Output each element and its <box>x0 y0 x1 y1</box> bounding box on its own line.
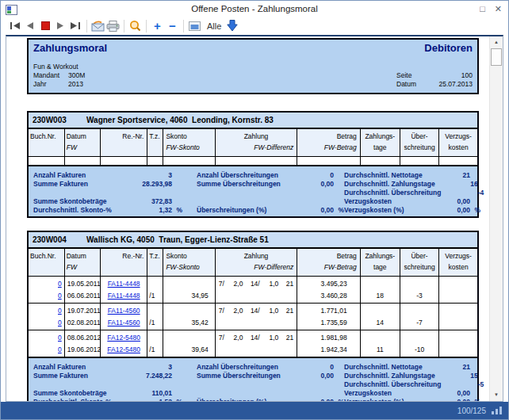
summary-col-durchschnitt: Durchschnittl. Nettotage21 Durchschnittl… <box>344 170 480 214</box>
buchnr-link[interactable]: 0 <box>29 330 64 345</box>
invoice-row: 00 19.05.201106.06.2011 FA11-4448FA11-44… <box>29 277 477 304</box>
toolbar-separator <box>146 20 147 32</box>
report-viewer-window: Offene Posten - Zahlungsmoral □ ✕ <box>0 0 509 420</box>
invoice-link[interactable]: FA11-4560 <box>101 318 147 329</box>
go-all-pages-button[interactable] <box>224 18 239 33</box>
col-buchnr: Buch.Nr. <box>29 129 64 157</box>
invoice-link[interactable]: FA12-5480 <box>101 345 147 356</box>
first-page-button[interactable] <box>8 18 23 33</box>
summary-col-ueberschreitungen: Anzahl Überschreitungen0 Summe Überschre… <box>197 362 344 402</box>
invoice-link[interactable]: FA11-4448 <box>101 277 147 291</box>
report-title: Zahlungsmoral <box>33 42 107 54</box>
invoice-link[interactable]: FA11-4560 <box>101 304 147 318</box>
status-bar: 100/125 <box>1 402 508 419</box>
section-230W003: 230W003 Wagner Sportservice, 4060 Leondi… <box>27 111 479 218</box>
col-tz: T.z. <box>147 249 163 277</box>
summary-col-fakturen: Anzahl Fakturen3 Summe Fakturen28.293,98… <box>33 170 182 214</box>
customer-id: 230W003 <box>33 116 86 124</box>
buchnr-link[interactable]: 0 <box>29 304 64 318</box>
col-betrag: BetragFW-Betrag <box>297 249 360 277</box>
buchnr-link[interactable]: 0 <box>29 318 64 329</box>
buchnr-link[interactable]: 0 <box>29 345 64 356</box>
summary-col-fakturen: Anzahl Fakturen3 Summe Fakturen7.248,22 … <box>33 362 182 402</box>
section-230W004: 230W004 Wallisch KG, 4050 Traun, Egger-L… <box>27 231 479 402</box>
report-subtitle-debitoren: Debitoren <box>424 42 473 54</box>
col-skonto: SkontoFW-Skonto <box>163 129 215 157</box>
buchnr-link[interactable]: 0 <box>29 291 64 302</box>
stop-button[interactable] <box>38 18 53 33</box>
mandant-value: 300M <box>68 71 85 79</box>
invoice-table: Buch.Nr. DatumFW Re.-Nr. T.z. SkontoFW-S… <box>29 128 477 166</box>
invoice-row: 00 08.06.201219.06.2012 FA12-5480FA12-54… <box>29 330 477 357</box>
next-page-button[interactable] <box>53 18 68 33</box>
section-header: 230W003 Wagner Sportservice, 4060 Leondi… <box>29 113 477 128</box>
toolbar-separator <box>183 20 184 32</box>
datum-value: 25.07.2013 <box>438 80 473 88</box>
print-button[interactable] <box>105 18 121 33</box>
last-page-button[interactable] <box>68 18 83 33</box>
close-button[interactable]: ✕ <box>495 2 502 15</box>
app-icon <box>6 4 17 14</box>
col-zahlung: ZahlungFW-Differenz <box>215 249 297 277</box>
scroll-up-icon[interactable]: ▲ <box>490 37 503 48</box>
col-skonto: SkontoFW-Skonto <box>163 249 215 277</box>
col-renr: Re.-Nr. <box>100 249 147 277</box>
section-header: 230W004 Wallisch KG, 4050 Traun, Egger-L… <box>29 232 477 248</box>
mandant-label: Mandant <box>33 71 59 79</box>
jahr-value: 2013 <box>68 80 83 88</box>
summary-col-ueberschreitungen: Anzahl Überschreitungen0 Summe Überschre… <box>197 170 344 214</box>
maximize-button[interactable]: □ <box>480 2 485 15</box>
datum-label: Datum <box>396 80 438 88</box>
page-preview-icon[interactable] <box>187 18 202 33</box>
invoice-row: 00 19.07.201102.08.2011 FA11-4560FA11-45… <box>29 304 477 330</box>
title-bar: Offene Posten - Zahlungsmoral □ ✕ <box>1 1 508 17</box>
seite-label: Seite <box>396 71 461 79</box>
col-zahlung: ZahlungFW-Differenz <box>215 129 297 157</box>
seite-value: 100 <box>461 71 473 79</box>
section-summary: Anzahl Fakturen3 Summe Fakturen28.293,98… <box>29 166 477 216</box>
report-header-panel: Zahlungsmoral Debitoren Fun & Workout Ma… <box>27 38 479 94</box>
col-datum: DatumFW <box>64 129 100 157</box>
col-zahlungstage: Zahlungs-tage <box>360 129 400 157</box>
customer-name: Wallisch KG, 4050 Traun, Egger-Lienz-Str… <box>86 235 269 244</box>
scrollbar-thumb[interactable] <box>491 48 502 66</box>
report-page: Zahlungsmoral Debitoren Fun & Workout Ma… <box>27 38 479 402</box>
customer-id: 230W004 <box>33 235 86 244</box>
col-tz: T.z. <box>147 129 163 157</box>
toolbar: + − Alle <box>1 17 508 35</box>
section-summary: Anzahl Fakturen3 Summe Fakturen7.248,22 … <box>29 357 477 402</box>
page-counter: 100/125 <box>457 407 486 415</box>
zoom-out-button[interactable]: − <box>165 18 180 33</box>
col-betrag: BetragFW-Betrag <box>297 129 360 157</box>
summary-col-durchschnitt: Durchschnittl. Nettotage21 Durchschnittl… <box>344 362 480 402</box>
invoice-table: Buch.Nr. DatumFW Re.-Nr. T.z. SkontoFW-S… <box>29 248 477 357</box>
col-ueberschreitung: Über-schreitung <box>400 249 438 277</box>
col-ueberschreitung: Über-schreitung <box>400 129 438 157</box>
export-mail-icon[interactable] <box>90 18 105 33</box>
customer-name: Wagner Sportservice, 4060 Leonding, Korn… <box>86 116 274 124</box>
col-renr: Re.-Nr. <box>100 129 147 157</box>
col-verzugskosten: Verzugs-kosten <box>439 129 477 157</box>
table-header-row: Buch.Nr. DatumFW Re.-Nr. T.z. SkontoFW-S… <box>29 249 477 277</box>
vertical-scrollbar[interactable]: ▲ ▼ <box>489 36 503 401</box>
empty-row <box>29 157 477 166</box>
col-datum: DatumFW <box>64 249 100 277</box>
company-name: Fun & Workout <box>33 63 78 71</box>
col-verzugskosten: Verzugs-kosten <box>439 249 477 277</box>
invoice-link[interactable]: FA12-5480 <box>101 330 147 345</box>
progress-bars-icon <box>492 403 502 418</box>
previous-page-button[interactable] <box>23 18 38 33</box>
zoom-tool-button[interactable] <box>128 18 143 33</box>
toolbar-separator <box>124 20 124 32</box>
alle-label: Alle <box>207 21 221 31</box>
table-header-row: Buch.Nr. DatumFW Re.-Nr. T.z. SkontoFW-S… <box>29 129 477 157</box>
col-buchnr: Buch.Nr. <box>29 249 64 277</box>
window-title: Offene Posten - Zahlungsmoral <box>1 4 508 13</box>
buchnr-link[interactable]: 0 <box>29 277 64 291</box>
col-zahlungstage: Zahlungs-tage <box>360 249 400 277</box>
invoice-link[interactable]: FA11-4448 <box>101 291 147 302</box>
scroll-down-icon[interactable]: ▼ <box>490 390 503 400</box>
zoom-in-button[interactable]: + <box>150 18 165 33</box>
toolbar-separator <box>86 20 87 32</box>
jahr-label: Jahr <box>33 80 47 88</box>
